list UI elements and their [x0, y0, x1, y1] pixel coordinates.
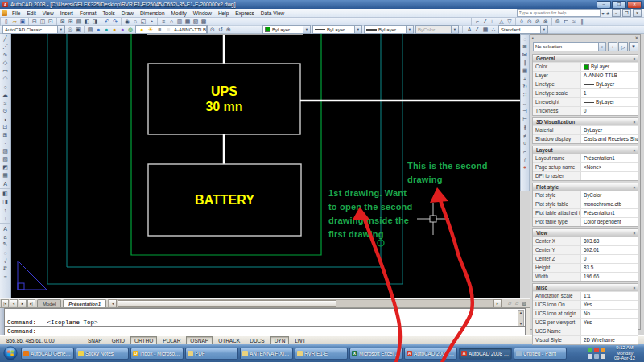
break-at-point-icon[interactable]: ∦ — [521, 123, 529, 131]
ellipse-icon[interactable]: ⊙ — [1, 107, 10, 115]
property-value[interactable]: ByLayer — [581, 98, 638, 106]
markup-set-manager-icon[interactable]: ▧ — [192, 18, 200, 26]
section-header[interactable]: Layout» — [533, 146, 638, 154]
taskbar-item-paint[interactable]: Untitled - Paint — [514, 348, 567, 360]
point-icon[interactable]: · — [1, 139, 10, 147]
command-history[interactable]: Command: <Isoplane Top> ▲▼ — [4, 308, 526, 327]
publish-icon[interactable]: ⊡ — [47, 18, 55, 26]
open-icon[interactable]: ▱ — [10, 18, 19, 26]
orbit-icon[interactable]: ⊚ — [554, 18, 562, 26]
scale-text-icon[interactable]: ⇵ — [1, 265, 10, 273]
redo-icon[interactable]: ↷ — [111, 18, 119, 26]
ellipse-arc-icon[interactable]: ◗ — [1, 115, 10, 123]
taskbar-item-autocad-2[interactable]: AAutoCAD 2008 - [C:\... — [459, 348, 512, 360]
line-icon[interactable]: ╱ — [1, 35, 10, 43]
linetype-control-combo[interactable]: ByLayer ▾ — [312, 25, 362, 34]
property-value[interactable]: No — [581, 310, 638, 318]
draworder-above-icon[interactable]: ↑ — [1, 206, 10, 214]
property-value[interactable]: A-ANNO-TTLB — [581, 72, 638, 80]
layer-states-manager-icon[interactable]: ◍ — [126, 26, 134, 34]
start-button[interactable] — [3, 346, 18, 360]
tab-first-button[interactable]: |◂ — [1, 299, 9, 308]
status-toggle-osnap[interactable]: OSNAP — [186, 336, 213, 345]
tab-prev-button[interactable]: ◂ — [10, 299, 18, 308]
chevron-down-icon[interactable]: ▾ — [57, 26, 64, 33]
table-style-icon[interactable]: ▦ — [481, 26, 489, 34]
save-icon[interactable]: ▣ — [19, 18, 27, 26]
text-tool-icon[interactable]: A — [1, 224, 10, 232]
menu-insert[interactable]: Insert — [57, 10, 76, 16]
property-value[interactable]: Présentation1 — [581, 209, 638, 217]
make-block-icon[interactable]: ⊞ — [1, 131, 10, 139]
tab-presentation1[interactable]: Présentation1 — [63, 299, 106, 308]
layer-properties-manager-icon[interactable]: ▤ — [86, 26, 94, 34]
offset-icon[interactable]: ∥ — [521, 59, 529, 67]
revision-cloud-icon[interactable]: ☁ — [1, 91, 10, 99]
mdi-minimize-button[interactable]: – — [612, 9, 621, 17]
polygon-icon[interactable]: ◇ — [1, 59, 10, 67]
collapse-chevron-icon[interactable]: » — [630, 286, 635, 289]
mdi-close-button[interactable]: ✕ — [633, 9, 642, 17]
toggle-pickadd-button[interactable]: + — [608, 42, 617, 51]
property-value[interactable]: ByLayer — [581, 126, 638, 134]
property-value[interactable]: 0 — [581, 107, 638, 115]
insert-block-icon[interactable]: ⊡ — [1, 123, 10, 131]
drawing-canvas[interactable]: UPS 30 mn BATTERY This is the second dra… — [11, 34, 520, 298]
chevron-down-icon[interactable]: ▾ — [354, 26, 361, 33]
chevron-down-icon[interactable]: ▾ — [406, 26, 413, 33]
text-style-icon[interactable]: A — [465, 26, 473, 34]
section-header[interactable]: 3D Visualization» — [533, 118, 638, 125]
chevron-down-icon[interactable]: ▾ — [598, 43, 605, 51]
property-value[interactable]: 2D Wireframe — [581, 336, 638, 344]
status-toggle-snap[interactable]: SNAP — [84, 336, 106, 345]
workspace-combo[interactable]: AutoCAD Classic ▾ — [2, 25, 65, 34]
minimize-button[interactable]: – — [597, 1, 611, 9]
array-icon[interactable]: ▦ — [521, 67, 529, 75]
save-workspace-icon[interactable]: ▣ — [74, 26, 82, 34]
move-icon[interactable]: + — [521, 75, 529, 83]
dimension-style-icon[interactable]: ∠ — [473, 26, 481, 34]
draworder-back-icon[interactable]: ◨ — [1, 198, 10, 206]
taskbar-item-rvr-folder[interactable]: RVR E1-E — [295, 348, 348, 360]
break-icon[interactable]: ≠ — [521, 131, 529, 139]
menu-data-view[interactable]: Data View — [258, 10, 288, 16]
property-value[interactable]: Yes — [581, 319, 638, 327]
menu-dimension[interactable]: Dimension — [137, 10, 168, 16]
menu-format[interactable]: Format — [76, 10, 100, 16]
status-toggle-polar[interactable]: POLAR — [159, 336, 184, 345]
close-button[interactable]: ✕ — [627, 1, 642, 9]
paste-icon[interactable]: ▤ — [75, 18, 83, 26]
taskbar-clock[interactable]: 9:12 AM Monday 09-Apr-12 — [609, 345, 641, 361]
section-header[interactable]: General» — [533, 55, 638, 62]
tab-model[interactable]: Model — [37, 299, 61, 308]
chamfer-icon[interactable]: ⌐ — [521, 147, 529, 155]
ucs-world-icon[interactable]: ∠ — [481, 18, 489, 26]
spline-icon[interactable]: ≈ — [1, 99, 10, 107]
camera-icon[interactable]: ⊏ — [562, 18, 570, 26]
mtext-icon[interactable]: A — [1, 179, 10, 187]
property-value[interactable]: ByLayer — [581, 63, 638, 71]
menu-file[interactable]: File — [9, 10, 23, 16]
menu-express[interactable]: Express — [232, 10, 257, 16]
property-value[interactable]: Présentation1 — [581, 154, 638, 162]
polyline-icon[interactable]: ∿ — [1, 51, 10, 59]
tray-icon-6[interactable] — [601, 354, 605, 359]
find-text-icon[interactable]: ◌ — [1, 249, 10, 257]
layer-previous-icon[interactable]: ↺ — [217, 26, 225, 34]
property-value[interactable]: ByColor — [581, 191, 638, 200]
collapse-chevron-icon[interactable]: » — [630, 149, 635, 151]
status-toggle-ortho[interactable]: ORTHO — [130, 336, 157, 345]
chevron-down-icon[interactable]: ▾ — [303, 26, 310, 33]
layer-state-icon-blue[interactable]: ● — [94, 26, 102, 34]
status-toggle-otrack[interactable]: OTRACK — [214, 336, 244, 345]
rectangle-icon[interactable]: ▭ — [1, 67, 10, 75]
explode-icon[interactable]: ∗ — [521, 163, 529, 171]
status-toggle-dyn[interactable]: DYN — [270, 336, 290, 345]
copy-icon[interactable]: ⊞ — [67, 18, 75, 26]
cut-icon[interactable]: ⊠ — [59, 18, 67, 26]
zoom-previous-icon[interactable]: ◔ — [147, 18, 155, 26]
viewport-lock-icon[interactable]: ▨ — [521, 300, 527, 306]
scrollbar-thumb[interactable] — [118, 300, 336, 307]
block-editor-icon[interactable]: ◨ — [91, 18, 99, 26]
property-value[interactable]: Color dependent — [581, 218, 638, 226]
